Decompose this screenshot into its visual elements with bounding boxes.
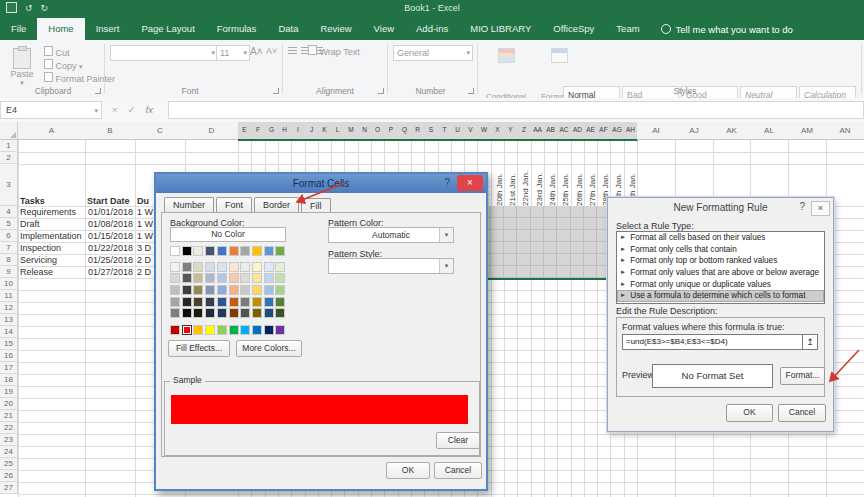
shrink-font-button[interactable]: A˅ bbox=[266, 46, 277, 56]
row-header-14[interactable]: 14 bbox=[0, 326, 18, 338]
cell-task-duration[interactable]: 1 W bbox=[137, 230, 153, 242]
column-header-S[interactable]: S bbox=[424, 122, 439, 141]
color-swatch[interactable] bbox=[193, 285, 203, 295]
column-header-C[interactable]: C bbox=[135, 122, 186, 140]
column-header-W[interactable]: W bbox=[477, 122, 492, 141]
column-header-Q[interactable]: Q bbox=[398, 122, 412, 141]
color-swatch[interactable] bbox=[217, 285, 227, 295]
color-swatch[interactable] bbox=[229, 297, 239, 307]
color-swatch[interactable] bbox=[170, 285, 180, 295]
color-swatch[interactable] bbox=[182, 246, 192, 256]
color-swatch[interactable] bbox=[205, 246, 215, 256]
color-swatch[interactable] bbox=[240, 285, 250, 295]
column-header-E[interactable]: E bbox=[238, 122, 252, 141]
color-swatch[interactable] bbox=[217, 262, 227, 272]
column-header-M[interactable]: M bbox=[344, 122, 359, 141]
column-header-D[interactable]: D bbox=[185, 122, 239, 140]
color-swatch[interactable] bbox=[193, 246, 203, 256]
color-swatch[interactable] bbox=[252, 308, 262, 318]
cell-task-name[interactable]: Implementation bbox=[20, 230, 82, 242]
conditional-formatting-button[interactable]: Conditional Formatting ▾ bbox=[480, 48, 532, 63]
color-swatch[interactable] bbox=[252, 285, 262, 295]
format-cells-help-icon[interactable]: ? bbox=[444, 177, 450, 188]
number-format-dropdown[interactable]: General▾ bbox=[393, 45, 473, 61]
color-swatch[interactable] bbox=[240, 273, 250, 283]
row-header-9[interactable]: 9 bbox=[0, 266, 18, 278]
ribbon-tab-file[interactable]: File bbox=[0, 18, 37, 40]
color-swatch[interactable] bbox=[275, 273, 285, 283]
cell-task-name[interactable]: Requirements bbox=[20, 206, 76, 218]
color-swatch[interactable] bbox=[264, 308, 274, 318]
rule-type-item[interactable]: ► Use a formula to determine which cells… bbox=[617, 290, 824, 302]
cell-task-duration[interactable]: 2 D bbox=[137, 254, 151, 266]
color-swatch[interactable] bbox=[229, 246, 239, 256]
number-dialog-launcher-icon[interactable] bbox=[468, 88, 474, 94]
cell-task-name[interactable]: Release bbox=[20, 266, 53, 278]
row-header-19[interactable]: 19 bbox=[0, 386, 18, 398]
row-header-2[interactable]: 2 bbox=[0, 152, 18, 164]
column-header-T[interactable]: T bbox=[438, 122, 452, 141]
column-header-N[interactable]: N bbox=[358, 122, 372, 141]
color-swatch[interactable] bbox=[229, 325, 239, 335]
clipboard-dialog-launcher-icon[interactable] bbox=[95, 88, 101, 94]
row-header-15[interactable]: 15 bbox=[0, 338, 18, 350]
color-swatch[interactable] bbox=[193, 325, 203, 335]
color-swatch[interactable] bbox=[229, 262, 239, 272]
row-header-18[interactable]: 18 bbox=[0, 374, 18, 386]
row-header-26[interactable]: 26 bbox=[0, 470, 18, 482]
rule-type-item[interactable]: ► Format only values that are above or b… bbox=[617, 267, 824, 279]
color-swatch[interactable] bbox=[252, 262, 262, 272]
color-swatch[interactable] bbox=[229, 285, 239, 295]
new-rule-cancel-button[interactable]: Cancel bbox=[778, 404, 826, 422]
cell-task-start[interactable]: 01/08/2018 bbox=[86, 218, 133, 230]
no-color-button[interactable]: No Color bbox=[170, 227, 286, 242]
formula-input[interactable] bbox=[168, 101, 864, 119]
ribbon-tab-formulas[interactable]: Formulas bbox=[206, 18, 268, 40]
color-swatch[interactable] bbox=[170, 297, 180, 307]
column-header-H[interactable]: H bbox=[278, 122, 292, 141]
column-header-O[interactable]: O bbox=[371, 122, 385, 141]
row-header-10[interactable]: 10 bbox=[0, 278, 18, 290]
rule-type-item[interactable]: ► Format all cells based on their values bbox=[617, 232, 824, 244]
cell-task-name[interactable]: Draft bbox=[20, 218, 40, 230]
cell-task-name[interactable]: Servicing bbox=[20, 254, 57, 266]
ribbon-tab-view[interactable]: View bbox=[363, 18, 405, 40]
row-header-13[interactable]: 13 bbox=[0, 314, 18, 326]
format-cells-ok-button[interactable]: OK bbox=[386, 462, 430, 479]
ribbon-tab-add-ins[interactable]: Add-ins bbox=[405, 18, 459, 40]
color-swatch[interactable] bbox=[252, 246, 262, 256]
color-swatch[interactable] bbox=[217, 325, 227, 335]
color-swatch[interactable] bbox=[170, 246, 180, 256]
color-swatch[interactable] bbox=[264, 246, 274, 256]
copy-button[interactable]: Copy ▾ bbox=[44, 59, 83, 71]
color-swatch[interactable] bbox=[193, 262, 203, 272]
column-header-V[interactable]: V bbox=[464, 122, 478, 141]
color-swatch[interactable] bbox=[182, 308, 192, 318]
row-header-25[interactable]: 25 bbox=[0, 458, 18, 470]
column-header-AK[interactable]: AK bbox=[713, 122, 751, 140]
ribbon-tab-insert[interactable]: Insert bbox=[85, 18, 131, 40]
column-header-AC[interactable]: AC bbox=[557, 122, 572, 141]
color-swatch[interactable] bbox=[229, 308, 239, 318]
ribbon-tab-officespy[interactable]: OfficeSpy bbox=[542, 18, 605, 40]
row-header-8[interactable]: 8 bbox=[0, 254, 18, 266]
column-header-A[interactable]: A bbox=[18, 122, 86, 140]
column-header-AL[interactable]: AL bbox=[750, 122, 789, 140]
font-name-input[interactable]: ▾ bbox=[110, 45, 218, 61]
row-header-16[interactable]: 16 bbox=[0, 350, 18, 362]
column-header-B[interactable]: B bbox=[85, 122, 136, 140]
color-swatch[interactable] bbox=[170, 262, 180, 272]
color-swatch[interactable] bbox=[240, 308, 250, 318]
tell-me-box[interactable]: Tell me what you want to do bbox=[651, 18, 793, 40]
color-swatch[interactable] bbox=[182, 297, 192, 307]
cell-startdate-header[interactable]: Start Date bbox=[87, 164, 130, 206]
color-swatch[interactable] bbox=[240, 325, 250, 335]
column-header-F[interactable]: F bbox=[251, 122, 266, 141]
font-size-input[interactable]: 11▾ bbox=[216, 45, 250, 61]
font-dialog-launcher-icon[interactable] bbox=[273, 88, 279, 94]
column-header-AF[interactable]: AF bbox=[597, 122, 611, 141]
cell-duration-header[interactable]: Du bbox=[137, 164, 149, 206]
color-swatch[interactable] bbox=[182, 273, 192, 283]
color-swatch[interactable] bbox=[217, 308, 227, 318]
row-header-3[interactable]: 3 bbox=[0, 164, 18, 206]
